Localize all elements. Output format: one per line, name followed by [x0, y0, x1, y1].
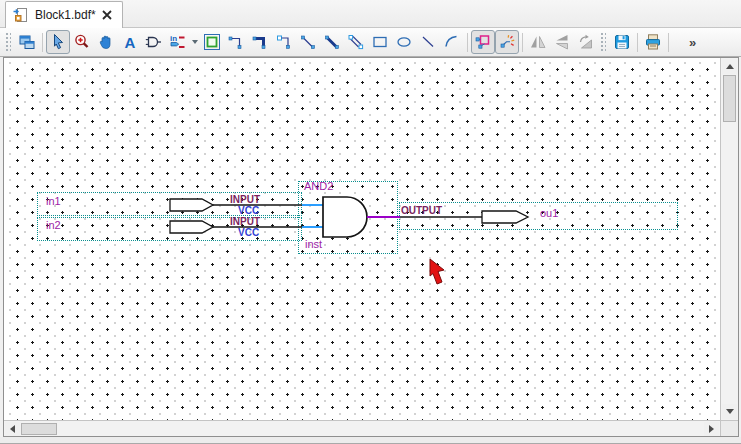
- pin-default-vcc-1: VCC: [238, 206, 259, 216]
- toolbar-separator: [668, 33, 669, 52]
- arrow-up-icon: [726, 64, 734, 69]
- orthogonal-node-icon: [227, 33, 245, 51]
- pin-tool-button[interactable]: in: [166, 30, 190, 54]
- schematic-toolbar: A in: [0, 28, 741, 57]
- zoom-icon: [73, 33, 91, 51]
- tab-block1-bdf[interactable]: Block1.bdf*: [5, 1, 123, 28]
- rectangle-tool-button[interactable]: [368, 30, 392, 54]
- rectangle-icon: [371, 33, 389, 51]
- orthogonal-bus-icon: [251, 33, 269, 51]
- ellipse-tool-button[interactable]: [392, 30, 416, 54]
- schematic-drawing-area[interactable]: in1 in2 INPUT VCC INPUT VCC AND2 inst OU…: [4, 58, 720, 420]
- gate-instance-label[interactable]: inst: [305, 239, 322, 250]
- schematic-editor-window: Block1.bdf*: [0, 0, 741, 444]
- flip-vertical-icon: [553, 33, 571, 51]
- pin-tool-dropdown[interactable]: [190, 30, 200, 54]
- rubberbanding-icon: [474, 33, 492, 51]
- rotate-90-button: [574, 30, 598, 54]
- selection-arrow-icon: [49, 33, 67, 51]
- arc-icon: [443, 33, 461, 51]
- print-button[interactable]: [641, 30, 665, 54]
- arrow-down-icon: [726, 409, 734, 414]
- attach-window-button[interactable]: [15, 30, 39, 54]
- diagonal-conduit-icon: [347, 33, 365, 51]
- hand-icon: [97, 33, 115, 51]
- flip-horizontal-button: [526, 30, 550, 54]
- horizontal-scrollbar[interactable]: [4, 420, 720, 436]
- toolbar-separator: [467, 33, 468, 52]
- flip-vertical-button: [550, 30, 574, 54]
- toolbar-overflow-button[interactable]: »: [680, 30, 704, 54]
- vertical-scrollbar[interactable]: [720, 58, 738, 420]
- svg-text:in: in: [170, 34, 177, 43]
- text-tool-button[interactable]: A: [118, 30, 142, 54]
- horizontal-scrollbar-thumb[interactable]: [21, 423, 57, 435]
- diagonal-node-tool-button[interactable]: [296, 30, 320, 54]
- orthogonal-bus-tool-button[interactable]: [248, 30, 272, 54]
- toolbar-separator: [42, 33, 43, 52]
- schematic-canvas-frame: in1 in2 INPUT VCC INPUT VCC AND2 inst OU…: [3, 57, 739, 437]
- attach-window-icon: [18, 33, 36, 51]
- diagonal-bus-icon: [323, 33, 341, 51]
- pin-default-vcc-2: VCC: [238, 228, 259, 238]
- orthogonal-conduit-icon: [275, 33, 293, 51]
- diagonal-conduit-tool-button[interactable]: [344, 30, 368, 54]
- line-icon: [419, 33, 437, 51]
- rubberbanding-toggle-button[interactable]: [471, 30, 495, 54]
- selection-tool-button[interactable]: [46, 30, 70, 54]
- tab-close-icon[interactable]: [102, 10, 112, 20]
- toolbar-grip[interactable]: [600, 32, 606, 52]
- toolbar-grip[interactable]: [5, 32, 11, 52]
- arrow-right-icon: [709, 425, 714, 433]
- pin-type-input-1: INPUT: [230, 195, 260, 205]
- rotate-90-icon: [577, 33, 595, 51]
- block-tool-icon: [203, 33, 221, 51]
- block-tool-button[interactable]: [200, 30, 224, 54]
- overflow-chevron-icon: »: [689, 35, 695, 50]
- arc-tool-button[interactable]: [440, 30, 464, 54]
- pin-type-input-2: INPUT: [230, 217, 260, 227]
- partial-line-selection-icon: [498, 33, 516, 51]
- hand-tool-button[interactable]: [94, 30, 118, 54]
- orthogonal-conduit-tool-button[interactable]: [272, 30, 296, 54]
- scrollbar-corner: [720, 420, 738, 436]
- gate-type-label: AND2: [304, 181, 333, 192]
- zoom-tool-button[interactable]: [70, 30, 94, 54]
- tab-bar: Block1.bdf*: [0, 0, 741, 28]
- window-bottom-edge: [0, 437, 741, 444]
- scroll-down-button[interactable]: [722, 404, 737, 419]
- pin-name-in1[interactable]: in1: [46, 196, 61, 207]
- ellipse-icon: [395, 33, 413, 51]
- schematic-shapes: [4, 58, 720, 420]
- partial-line-selection-toggle-button[interactable]: [495, 30, 519, 54]
- pin-tool-icon: in: [169, 33, 187, 51]
- tab-label: Block1.bdf*: [35, 8, 96, 22]
- text-tool-icon: A: [125, 35, 136, 50]
- bdf-file-icon: [13, 7, 29, 23]
- chevron-down-icon: [192, 40, 198, 44]
- scroll-right-button[interactable]: [704, 422, 719, 436]
- diagonal-bus-tool-button[interactable]: [320, 30, 344, 54]
- gate-symbol-icon: [145, 33, 163, 51]
- save-button[interactable]: [610, 30, 634, 54]
- toolbar-separator: [637, 33, 638, 52]
- print-icon: [644, 33, 662, 51]
- toolbar-separator: [522, 33, 523, 52]
- arrow-left-icon: [10, 425, 15, 433]
- symbol-tool-button[interactable]: [142, 30, 166, 54]
- vertical-scrollbar-thumb[interactable]: [723, 75, 736, 122]
- diagonal-node-icon: [299, 33, 317, 51]
- save-icon: [613, 33, 631, 51]
- red-cursor-icon: [430, 259, 444, 284]
- pin-type-output: OUTPUT: [401, 206, 442, 216]
- scroll-up-button[interactable]: [722, 59, 737, 74]
- orthogonal-node-tool-button[interactable]: [224, 30, 248, 54]
- scroll-left-button[interactable]: [5, 422, 20, 436]
- line-tool-button[interactable]: [416, 30, 440, 54]
- and2-gate-body[interactable]: [323, 197, 367, 237]
- pin-name-in2[interactable]: in2: [46, 220, 61, 231]
- pin-name-ou1[interactable]: ou1: [540, 208, 558, 219]
- flip-horizontal-icon: [529, 33, 547, 51]
